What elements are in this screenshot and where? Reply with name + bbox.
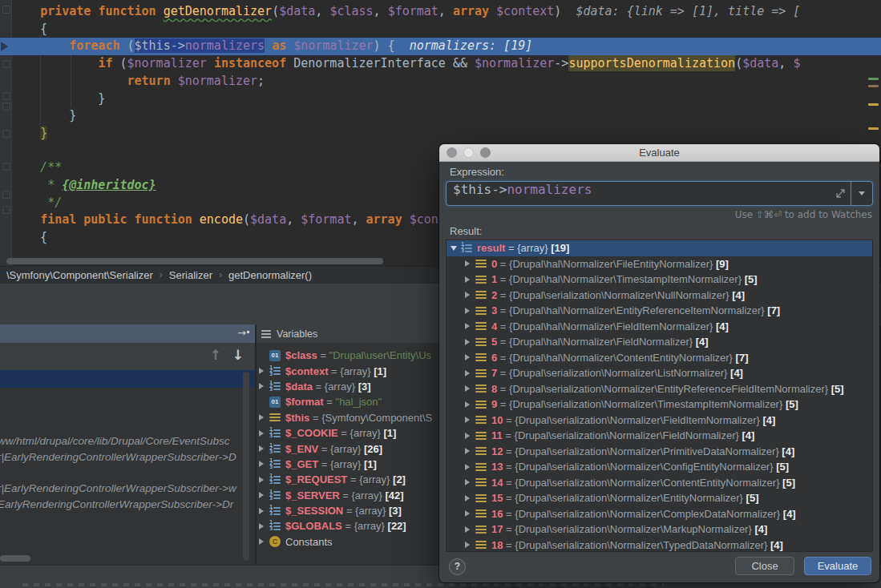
expand-toggle[interactable] xyxy=(259,523,269,530)
fold-marker-icon[interactable] xyxy=(2,163,10,171)
menu-icon[interactable] xyxy=(261,328,271,340)
expand-toggle[interactable] xyxy=(465,260,475,267)
fold-marker-icon[interactable] xyxy=(2,206,10,214)
expand-editor-icon[interactable] xyxy=(835,188,846,199)
variable-row[interactable]: 123$context = {array} [1] xyxy=(257,363,449,378)
result-row[interactable]: 14 = {Drupal\serialization\Normalizer\Co… xyxy=(447,475,872,491)
variable-row[interactable]: 01$class = "Drupal\user\Entity\Us xyxy=(257,348,449,363)
variable-row[interactable]: 123$_REQUEST = {array} [2] xyxy=(257,472,449,487)
close-button[interactable]: Close xyxy=(735,557,794,575)
breadcrumb-namespace[interactable]: \Symfony\Component\Serializer xyxy=(6,269,153,281)
result-row[interactable]: 4 = {Drupal\hal\Normalizer\FieldItemNorm… xyxy=(447,319,872,335)
frame-entry[interactable]: ww/html/drupal/core/lib/Drupal/Core/Even… xyxy=(0,435,230,447)
window-zoom-button[interactable] xyxy=(480,147,491,158)
frames-list[interactable]: ww/html/drupal/core/lib/Drupal/Core/Even… xyxy=(0,370,255,565)
result-row[interactable]: 123result = {array} [19] xyxy=(447,240,872,256)
expand-toggle[interactable] xyxy=(259,477,269,483)
fold-marker-icon[interactable] xyxy=(2,60,10,68)
expand-toggle[interactable] xyxy=(465,417,475,423)
variable-row[interactable]: 123$GLOBALS = {array} [22] xyxy=(257,518,449,534)
breadcrumb-class[interactable]: Serializer xyxy=(169,269,212,281)
expand-toggle[interactable] xyxy=(465,526,475,533)
expand-toggle[interactable] xyxy=(465,276,475,283)
expand-toggle[interactable] xyxy=(465,401,475,408)
window-close-button[interactable] xyxy=(447,147,457,158)
variable-row[interactable]: 123$_SESSION = {array} [3] xyxy=(257,503,449,518)
result-row[interactable]: 11 = {Drupal\serialization\Normalizer\Fi… xyxy=(447,428,872,444)
result-row[interactable]: 1 = {Drupal\hal\Normalizer\TimestampItem… xyxy=(447,272,872,288)
result-row[interactable]: 17 = {Drupal\serialization\Normalizer\Ma… xyxy=(447,522,872,538)
frames-horizontal-scrollbar[interactable] xyxy=(0,555,30,562)
frame-down-icon[interactable]: ↓ xyxy=(232,347,244,363)
editor-horizontal-scrollbar[interactable] xyxy=(6,258,383,264)
dock-pin-icon[interactable]: → xyxy=(237,327,249,339)
result-row[interactable]: 0 = {Drupal\hal\Normalizer\FileEntityNor… xyxy=(447,256,872,272)
expression-history-dropdown[interactable] xyxy=(851,182,872,205)
expand-toggle[interactable] xyxy=(259,445,269,452)
stripe-mark[interactable] xyxy=(868,127,879,130)
expand-toggle[interactable] xyxy=(259,414,269,421)
expand-toggle[interactable] xyxy=(259,383,269,389)
variable-row[interactable]: $this = {Symfony\Component\S xyxy=(257,410,449,425)
expand-toggle[interactable] xyxy=(259,461,269,467)
frame-entry[interactable]: r|EarlyRenderingControllerWrapperSubscri… xyxy=(0,482,236,494)
window-minimize-button[interactable] xyxy=(463,147,474,158)
result-row[interactable]: 15 = {Drupal\serialization\Normalizer\En… xyxy=(447,490,872,506)
result-row[interactable]: 8 = {Drupal\serialization\Normalizer\Ent… xyxy=(447,381,872,397)
expand-toggle[interactable] xyxy=(465,542,475,548)
frames-panel-header[interactable]: → xyxy=(0,324,255,343)
expand-toggle[interactable] xyxy=(465,308,475,314)
stripe-mark[interactable] xyxy=(868,78,879,80)
expand-toggle[interactable] xyxy=(259,430,269,437)
result-row[interactable]: 10 = {Drupal\serialization\Normalizer\Fi… xyxy=(447,413,872,429)
variable-row[interactable]: 123$_SERVER = {array} [42] xyxy=(257,488,449,503)
expand-toggle[interactable] xyxy=(451,243,461,254)
expand-toggle[interactable] xyxy=(259,368,269,374)
fold-marker-icon[interactable] xyxy=(2,92,10,100)
variable-row[interactable]: 123$_ENV = {array} [26] xyxy=(257,441,449,456)
help-button[interactable]: ? xyxy=(449,558,466,575)
result-row[interactable]: 9 = {Drupal\serialization\Normalizer\Tim… xyxy=(447,397,872,413)
variables-list[interactable]: 01$class = "Drupal\user\Entity\Us123$con… xyxy=(257,343,449,565)
variable-row[interactable]: 123$data = {array} [3] xyxy=(257,379,449,394)
frame-up-icon[interactable]: ↑ xyxy=(210,347,221,363)
expand-toggle[interactable] xyxy=(465,510,475,517)
fold-marker-icon[interactable] xyxy=(2,103,10,111)
expression-value[interactable]: $this->normalizers xyxy=(453,182,592,197)
result-row[interactable]: 13 = {Drupal\serialization\Normalizer\Co… xyxy=(447,459,872,475)
result-row[interactable]: 12 = {Drupal\serialization\Normalizer\Pr… xyxy=(447,444,872,460)
expression-input[interactable]: $this->normalizers xyxy=(446,181,873,206)
result-row[interactable]: 2 = {Drupal\serialization\Normalizer\Nul… xyxy=(447,288,872,304)
stripe-mark[interactable] xyxy=(868,103,879,106)
expand-toggle[interactable] xyxy=(465,385,475,392)
selected-frame-row[interactable] xyxy=(0,370,255,388)
variable-row[interactable]: 01$format = "hal_json" xyxy=(257,394,449,409)
expand-toggle[interactable] xyxy=(465,464,475,470)
result-row[interactable]: 16 = {Drupal\serialization\Normalizer\Co… xyxy=(447,506,872,522)
expand-toggle[interactable] xyxy=(465,354,475,360)
frame-entry[interactable]: EarlyRenderingControllerWrapperSubscribe… xyxy=(0,498,233,510)
result-tree[interactable]: 123result = {array} [19]0 = {Drupal\hal\… xyxy=(446,240,873,552)
variable-row[interactable]: CConstants xyxy=(257,534,449,550)
frames-vertical-scrollbar[interactable] xyxy=(243,372,249,561)
result-row[interactable]: 7 = {Drupal\serialization\Normalizer\Lis… xyxy=(447,365,872,381)
expand-toggle[interactable] xyxy=(465,339,475,345)
expand-toggle[interactable] xyxy=(465,292,475,298)
fold-marker-icon[interactable] xyxy=(2,191,10,199)
expand-toggle[interactable] xyxy=(465,323,475,329)
variable-row[interactable]: 123$_GET = {array} [1] xyxy=(257,457,449,472)
expand-toggle[interactable] xyxy=(465,433,475,439)
evaluate-button[interactable]: Evaluate xyxy=(804,557,871,575)
result-row[interactable]: 18 = {Drupal\serialization\Normalizer\Ty… xyxy=(447,538,872,553)
result-row[interactable]: 5 = {Drupal\hal\Normalizer\FieldNormaliz… xyxy=(447,334,872,350)
variable-row[interactable]: 123$_COOKIE = {array} [1] xyxy=(257,425,449,441)
stripe-mark[interactable] xyxy=(868,85,879,87)
fold-marker-icon[interactable] xyxy=(2,6,10,14)
expand-toggle[interactable] xyxy=(465,495,475,501)
breadcrumb-method[interactable]: getDenormalizer() xyxy=(228,269,312,281)
fold-marker-icon[interactable] xyxy=(2,130,10,138)
frame-entry[interactable]: r|EarlyRenderingControllerWrapperSubscri… xyxy=(0,451,236,463)
expand-toggle[interactable] xyxy=(465,448,475,454)
expand-toggle[interactable] xyxy=(259,492,269,498)
result-row[interactable]: 6 = {Drupal\hal\Normalizer\ContentEntity… xyxy=(447,350,872,366)
